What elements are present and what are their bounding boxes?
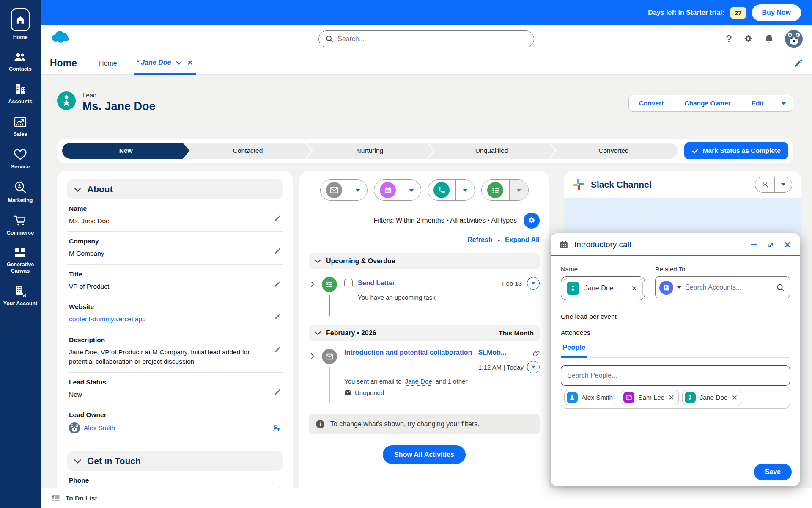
change-owner-icon[interactable]	[273, 424, 281, 433]
save-button[interactable]: Save	[754, 464, 792, 480]
get-in-touch-section-header[interactable]: Get in Touch	[67, 451, 283, 471]
name-lookup-field[interactable]: Jane Doe ✕	[561, 276, 645, 300]
call-action-dropdown[interactable]	[456, 180, 475, 200]
remove-name-icon[interactable]: ✕	[631, 284, 637, 293]
tab-home[interactable]: Home	[99, 60, 117, 67]
about-section-header[interactable]: About	[67, 179, 283, 199]
path-stage-nurturing[interactable]: Nurturing	[306, 143, 433, 159]
task-action-dropdown[interactable]	[510, 180, 528, 200]
filters-summary: Filters: Within 2 months • All activitie…	[374, 217, 517, 224]
email-action[interactable]	[321, 180, 348, 200]
email-row-actions-dropdown[interactable]	[527, 361, 540, 373]
sidebar-item-contacts[interactable]: Contacts	[1, 51, 40, 72]
sidebar-item-marketing[interactable]: Marketing	[1, 181, 40, 204]
more-actions-dropdown[interactable]	[774, 95, 793, 112]
upcoming-overdue-header[interactable]: Upcoming & Overdue	[309, 253, 540, 269]
expand-row-icon[interactable]	[310, 349, 321, 403]
attendee-chip-alex-smith[interactable]: Alex Smith	[564, 390, 617, 405]
task-list-icon	[487, 182, 503, 198]
expand-icon[interactable]	[766, 240, 775, 249]
convert-button[interactable]: Convert	[628, 95, 674, 112]
remove-chip-icon[interactable]: ✕	[732, 393, 738, 402]
user-avatar[interactable]	[785, 30, 803, 48]
edit-icon[interactable]	[274, 346, 281, 354]
tab-jane-doe[interactable]: * Jane Doe ✕	[134, 52, 196, 75]
refresh-link[interactable]: Refresh	[467, 236, 493, 244]
edit-icon[interactable]	[274, 313, 281, 321]
edit-page-pencil-icon[interactable]	[793, 59, 803, 68]
sidebar-item-commerce[interactable]: Commerce	[1, 214, 40, 236]
field-name: Name Ms. Jane Doe	[67, 199, 283, 232]
edit-icon[interactable]	[274, 281, 281, 289]
expand-all-link[interactable]: Expand All	[505, 236, 540, 244]
check-icon	[692, 148, 699, 154]
path-stage-contacted[interactable]: Contacted	[184, 143, 311, 159]
accounts-icon	[13, 83, 27, 96]
tab-close-icon[interactable]: ✕	[187, 58, 193, 67]
sidebar-item-home[interactable]: Home	[1, 8, 40, 41]
gear-icon[interactable]	[743, 34, 753, 44]
person-icon[interactable]	[755, 177, 775, 192]
task-subject-link[interactable]: Send Letter	[358, 279, 395, 287]
edit-icon[interactable]	[274, 248, 281, 256]
people-search-input[interactable]	[567, 372, 784, 379]
event-action-dropdown[interactable]	[402, 180, 421, 200]
email-icon	[326, 182, 342, 198]
edit-button[interactable]: Edit	[741, 95, 774, 112]
trial-banner: Days left in Starter trial: 27 Buy Now	[41, 0, 812, 25]
task-row-actions-dropdown[interactable]	[527, 277, 540, 290]
modal-header[interactable]: Introductory call ✕	[551, 233, 800, 256]
email-action-dropdown[interactable]	[348, 180, 367, 200]
owner-link[interactable]: Alex Smith	[84, 424, 115, 432]
slack-dropdown[interactable]	[775, 177, 792, 192]
sidebar-item-label: Sales	[14, 131, 27, 138]
notifications-bell-icon[interactable]	[764, 34, 774, 44]
tab-people[interactable]: People	[561, 343, 587, 358]
edit-icon[interactable]	[274, 215, 281, 223]
new-task-action[interactable]	[482, 180, 510, 200]
remove-chip-icon[interactable]: ✕	[668, 393, 674, 402]
chevron-down-icon[interactable]	[176, 61, 182, 65]
slack-panel-header: Slack Channel	[564, 171, 801, 198]
path-stage-converted[interactable]: Converted	[550, 143, 677, 159]
sidebar-item-generative-canvas[interactable]: Generative Canvas	[1, 247, 40, 274]
object-picker-caret-icon[interactable]	[677, 286, 681, 289]
website-link[interactable]: content-dummy.vercel.app	[69, 315, 146, 323]
email-subject-link[interactable]: Introduction and potential collaboration…	[344, 349, 506, 356]
sidebar-item-your-account[interactable]: Your Account	[1, 285, 40, 307]
recipient-link[interactable]: Jane Doe	[405, 378, 432, 385]
todo-list-button[interactable]: To Do List	[66, 494, 97, 502]
minimize-icon[interactable]	[749, 240, 758, 249]
change-owner-button[interactable]: Change Owner	[674, 95, 741, 112]
sidebar-item-accounts[interactable]: Accounts	[1, 83, 40, 105]
field-value: Jane Doe, VP of Productr at M Company. I…	[69, 348, 281, 367]
attendee-chip-sam-lee[interactable]: Sam Lee ✕	[621, 390, 679, 405]
log-call-action[interactable]	[428, 180, 456, 200]
filter-settings-button[interactable]	[524, 213, 540, 229]
sidebar-item-sales[interactable]: Sales	[1, 116, 40, 138]
search-input[interactable]	[337, 35, 527, 43]
month-section-header[interactable]: February • 2026 This Month	[309, 325, 540, 341]
edit-icon[interactable]	[274, 389, 281, 397]
entity-type-label: Lead	[82, 91, 156, 99]
buy-now-button[interactable]: Buy Now	[752, 4, 801, 21]
show-all-activities-button[interactable]: Show All Activities	[383, 445, 466, 464]
path-stage-new[interactable]: New	[62, 143, 189, 159]
lead-record-page: Home Contacts Accounts Sales Service	[0, 0, 812, 508]
close-icon[interactable]: ✕	[783, 240, 792, 249]
new-event-action[interactable]	[374, 180, 402, 200]
sidebar-item-service[interactable]: Service	[1, 148, 40, 170]
trial-days-label: Days left in Starter trial:	[648, 9, 724, 17]
task-checkbox[interactable]	[344, 279, 353, 287]
help-icon[interactable]: ?	[726, 33, 732, 45]
path-stage-unqualified[interactable]: Unqualified	[428, 143, 555, 159]
phone-icon	[433, 182, 450, 198]
caret-down-icon	[781, 102, 786, 105]
slack-panel-title: Slack Channel	[591, 179, 652, 190]
related-to-lookup-field[interactable]	[655, 276, 790, 298]
expand-row-icon[interactable]	[310, 277, 321, 316]
attendee-chip-jane-doe[interactable]: Jane Doe ✕	[682, 390, 742, 405]
related-to-search-input[interactable]	[685, 284, 773, 291]
mark-status-complete-button[interactable]: Mark Status as Complete	[684, 142, 788, 159]
dot-separator: •	[498, 237, 500, 244]
